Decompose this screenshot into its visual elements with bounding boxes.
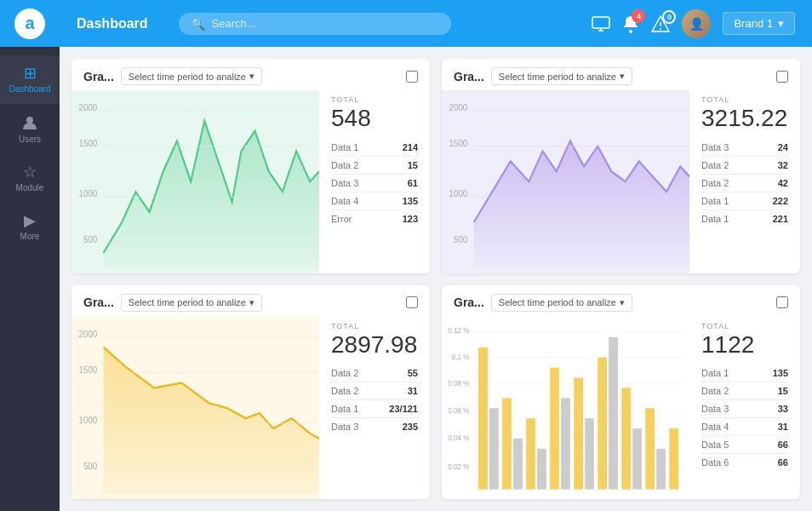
stat-row: Data 1 222 — [701, 192, 788, 210]
stat-row: Data 5 66 — [701, 436, 788, 454]
monitor-icon-btn[interactable] — [592, 16, 610, 32]
stat-row: Data 1 214 — [331, 139, 418, 157]
stat-row: Data 2 15 — [701, 382, 788, 400]
app-logo: a — [14, 9, 45, 39]
svg-rect-58 — [656, 448, 666, 489]
stat-row: Data 4 135 — [331, 192, 418, 210]
card-1-time-select[interactable]: Select time period to analize ▾ — [121, 67, 262, 85]
card-4-header: Gra... Select time period to analize ▾ — [442, 285, 800, 317]
svg-text:500: 500 — [454, 234, 467, 244]
svg-rect-47 — [526, 418, 535, 489]
svg-rect-56 — [632, 428, 642, 490]
sidebar-item-users[interactable]: Users — [0, 104, 60, 154]
card-2-time-select[interactable]: Select time period to analize ▾ — [491, 67, 632, 85]
card-4-stats: TOTAL 1122 Data 1 135 Data 2 15 Data 3 3… — [689, 317, 800, 500]
svg-text:0.12 %: 0.12 % — [448, 325, 470, 334]
card-3-time-select[interactable]: Select time period to analize ▾ — [121, 294, 262, 312]
svg-point-4 — [629, 30, 632, 33]
card-3-chart: 2000 1500 1000 500 — [71, 317, 319, 500]
stat-row: Data 4 31 — [701, 418, 788, 436]
chevron-down-icon: ▾ — [249, 297, 254, 308]
card-4: Gra... Select time period to analize ▾ 0… — [442, 285, 800, 500]
svg-text:1000: 1000 — [79, 189, 98, 199]
card-1-chart: 2000 1500 1000 500 — [71, 90, 319, 273]
svg-text:1500: 1500 — [79, 138, 98, 148]
stat-row: Error 123 — [331, 210, 418, 227]
svg-rect-52 — [585, 418, 594, 489]
header-title: Dashboard — [77, 16, 148, 32]
search-input[interactable] — [212, 17, 439, 30]
card-3-total-label: TOTAL — [331, 322, 418, 330]
module-icon: ☆ — [23, 164, 37, 180]
card-2-chart: 2000 1500 1000 500 — [442, 90, 689, 273]
chevron-down-icon: ▾ — [249, 71, 254, 82]
svg-rect-44 — [489, 408, 499, 489]
svg-text:0.06 %: 0.06 % — [448, 405, 470, 414]
avatar-image: 👤 — [682, 9, 711, 38]
svg-rect-51 — [574, 377, 583, 489]
svg-text:2000: 2000 — [79, 102, 98, 112]
notification-icon-btn[interactable]: 4 — [622, 14, 639, 33]
card-3-total-value: 2897.98 — [331, 332, 418, 359]
sidebar-item-more[interactable]: ▶ More — [0, 203, 60, 251]
card-3-checkbox[interactable] — [406, 296, 418, 308]
stat-row: Data 2 42 — [701, 175, 788, 192]
card-3-header: Gra... Select time period to analize ▾ — [71, 285, 430, 317]
card-4-title: Gra... — [454, 296, 484, 309]
brand-selector[interactable]: Brand 1 ▾ — [723, 12, 795, 35]
card-4-chart: 0.12 % 0.1 % 0.08 % 0.06 % 0.04 % 0.02 % — [442, 317, 689, 500]
card-4-checkbox[interactable] — [776, 296, 788, 308]
card-1: Gra... Select time period to analize ▾ 2… — [71, 59, 430, 273]
card-2-body: 2000 1500 1000 500 — [442, 90, 800, 273]
svg-text:500: 500 — [83, 234, 97, 244]
more-icon: ▶ — [24, 213, 36, 228]
svg-text:1500: 1500 — [79, 365, 98, 375]
sidebar-item-module[interactable]: ☆ Module — [0, 154, 60, 203]
svg-rect-1 — [592, 17, 609, 28]
svg-point-6 — [660, 28, 661, 30]
stat-row: Data 1 221 — [701, 210, 788, 227]
sidebar-item-dashboard[interactable]: ⊞ Dashboard — [0, 55, 60, 104]
card-2-header: Gra... Select time period to analize ▾ — [442, 59, 800, 90]
card-1-total-label: TOTAL — [331, 95, 418, 104]
svg-text:0.02 %: 0.02 % — [448, 462, 470, 470]
card-1-checkbox[interactable] — [406, 71, 418, 83]
chevron-down-icon: ▾ — [778, 17, 784, 30]
card-2-title: Gra... — [454, 70, 484, 83]
search-icon: 🔍 — [191, 17, 205, 31]
alert-icon-btn[interactable]: 0 — [651, 15, 670, 32]
chevron-down-icon: ▾ — [620, 297, 625, 308]
sidebar-label-more: More — [20, 232, 40, 241]
card-2: Gra... Select time period to analize ▾ 2… — [442, 59, 800, 273]
svg-text:1000: 1000 — [79, 415, 98, 425]
card-4-body: 0.12 % 0.1 % 0.08 % 0.06 % 0.04 % 0.02 % — [442, 317, 800, 500]
svg-rect-53 — [598, 357, 607, 489]
sidebar-label-module: Module — [16, 183, 44, 192]
svg-rect-54 — [609, 336, 618, 489]
stat-row: Data 3 33 — [701, 400, 788, 418]
card-4-time-select[interactable]: Select time period to analize ▾ — [491, 294, 632, 312]
chevron-down-icon: ▾ — [620, 71, 625, 82]
main-area: Dashboard 🔍 4 — [60, 0, 812, 511]
card-1-body: 2000 1500 1000 500 — [71, 90, 430, 273]
svg-rect-57 — [645, 408, 655, 489]
sidebar: a ⊞ Dashboard Users ☆ Module ▶ More — [0, 0, 60, 511]
header-icons: 4 0 👤 Brand 1 ▾ — [592, 9, 795, 38]
svg-text:500: 500 — [83, 461, 97, 471]
svg-text:2000: 2000 — [79, 329, 98, 339]
sidebar-label-dashboard: Dashboard — [9, 84, 51, 94]
svg-text:1500: 1500 — [449, 138, 468, 148]
stat-row: Data 6 66 — [701, 454, 788, 471]
card-1-stats: TOTAL 548 Data 1 214 Data 2 15 Data 3 61 — [319, 90, 430, 273]
svg-text:1000: 1000 — [449, 189, 468, 199]
card-1-title: Gra... — [83, 70, 114, 83]
stat-row: Data 2 55 — [331, 365, 418, 382]
search-bar[interactable]: 🔍 — [179, 13, 451, 35]
stat-row: Data 1 135 — [701, 365, 788, 382]
user-avatar[interactable]: 👤 — [682, 9, 711, 38]
card-2-checkbox[interactable] — [776, 71, 788, 83]
svg-rect-46 — [513, 439, 523, 490]
card-2-stats: TOTAL 3215.22 Data 3 24 Data 2 32 Data 2… — [689, 90, 800, 273]
header: Dashboard 🔍 4 — [60, 0, 812, 47]
alert-badge: 0 — [662, 10, 676, 24]
